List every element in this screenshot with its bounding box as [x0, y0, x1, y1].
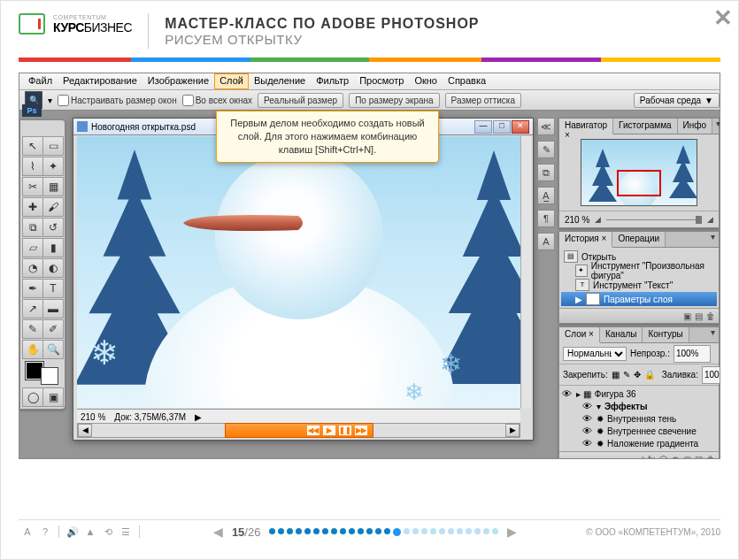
wand-tool[interactable]: ✦: [42, 157, 64, 176]
progress-dot[interactable]: [421, 528, 427, 534]
info-tab[interactable]: Инфо: [678, 119, 713, 134]
blur-tool[interactable]: ◔: [22, 258, 43, 278]
progress-dot[interactable]: [331, 528, 337, 534]
progress-dot[interactable]: [358, 528, 364, 534]
progress-dot[interactable]: [393, 528, 401, 536]
lock-pixels-icon[interactable]: ▦: [612, 370, 620, 380]
close-doc-button[interactable]: ✕: [512, 120, 529, 134]
layer-effect-item[interactable]: 👁✹Внутреннее свечение: [559, 425, 719, 437]
navigator-thumbnail[interactable]: [581, 139, 697, 206]
progress-dot[interactable]: [492, 528, 498, 534]
path-tool[interactable]: ↗: [22, 299, 43, 318]
pause-button[interactable]: ❚❚: [339, 426, 351, 435]
close-button[interactable]: ✕: [713, 6, 733, 29]
progress-dot[interactable]: [313, 528, 319, 534]
menu-window[interactable]: Окно: [409, 73, 443, 89]
trash-icon[interactable]: 🗑: [706, 311, 715, 321]
notes-tool[interactable]: ✎: [22, 319, 43, 339]
link-layers-icon[interactable]: ⇄: [637, 455, 644, 460]
menu-file[interactable]: Файл: [23, 73, 58, 89]
brush-preset-icon[interactable]: ✎: [537, 141, 555, 158]
all-windows-check[interactable]: Во всех окнах: [182, 95, 252, 106]
screenmode-tool[interactable]: ▣: [42, 387, 64, 407]
color-swatch[interactable]: [22, 360, 62, 387]
panel-menu-icon[interactable]: ▾: [712, 119, 720, 134]
prev-page-button[interactable]: ◀: [213, 525, 223, 539]
progress-dot[interactable]: [366, 528, 373, 534]
new-snapshot-icon[interactable]: ▣: [683, 311, 691, 321]
type-tool[interactable]: T: [42, 279, 64, 298]
vertical-scrollbar[interactable]: [520, 136, 531, 408]
back-button[interactable]: ⟲: [101, 525, 115, 539]
layer-row[interactable]: 👁▸ ▦Фигура 36: [559, 387, 719, 400]
canvas[interactable]: ❄ ❄ ❄: [77, 136, 520, 408]
sound-button[interactable]: 🔊: [65, 525, 80, 539]
history-item[interactable]: ✦Инструмент "Произвольная фигура": [561, 264, 717, 278]
progress-dot[interactable]: [384, 528, 390, 534]
lock-move-icon[interactable]: ✥: [634, 370, 641, 380]
zoom-value[interactable]: 210 %: [81, 412, 105, 422]
info-button[interactable]: ?: [38, 525, 52, 539]
up-button[interactable]: ▲: [83, 525, 97, 539]
heal-tool[interactable]: ✚: [22, 197, 43, 217]
navigator-tab[interactable]: Навигатор ×: [559, 119, 613, 134]
shape-tool[interactable]: ▬: [42, 299, 64, 318]
fit-screen-button[interactable]: По размеру экрана: [349, 93, 439, 108]
layer-effects-row[interactable]: 👁▾Эффекты: [559, 400, 719, 412]
history-item-selected[interactable]: ▶▤Параметры слоя: [561, 292, 717, 306]
progress-dot[interactable]: [430, 528, 436, 534]
histogram-tab[interactable]: Гистограмма: [613, 119, 678, 134]
progress-dot[interactable]: [448, 528, 454, 534]
new-doc-icon[interactable]: ▤: [695, 311, 703, 321]
scroll-left-button[interactable]: ◀: [78, 424, 92, 437]
layer-effect-item[interactable]: 👁✹Наложение градиента: [559, 437, 719, 449]
zoom-slider[interactable]: [606, 219, 702, 220]
maximize-button[interactable]: □: [493, 120, 511, 134]
slice-tool[interactable]: ▦: [42, 177, 64, 196]
lock-all-icon[interactable]: 🔒: [644, 370, 655, 380]
menu-button[interactable]: ☰: [119, 525, 133, 539]
progress-dot[interactable]: [404, 528, 410, 534]
hand-tool[interactable]: ✋: [22, 340, 43, 359]
character-icon[interactable]: A̲: [537, 187, 555, 204]
clone-source-icon[interactable]: ⧉: [537, 164, 555, 181]
next-button[interactable]: ▶▶: [355, 426, 367, 435]
progress-dot[interactable]: [349, 528, 355, 534]
progress-dot[interactable]: [483, 528, 489, 534]
marquee-tool[interactable]: ▭: [42, 136, 64, 156]
crop-tool[interactable]: ✂: [22, 177, 43, 196]
lasso-tool[interactable]: ⌇: [22, 157, 43, 176]
menu-view[interactable]: Просмотр: [354, 73, 409, 89]
progress-dot[interactable]: [474, 528, 481, 534]
prev-button[interactable]: ◀◀: [307, 426, 319, 435]
progress-dot[interactable]: [287, 528, 293, 534]
next-page-button[interactable]: ▶: [507, 525, 517, 539]
scroll-track[interactable]: ◀◀ ▶ ❚❚ ▶▶: [92, 424, 505, 437]
eyedropper-tool[interactable]: ✐: [42, 319, 64, 339]
progress-dot[interactable]: [412, 528, 419, 534]
expand-icon[interactable]: ≪: [537, 118, 555, 135]
folder-icon[interactable]: ▢: [683, 455, 691, 460]
menu-filter[interactable]: Фильтр: [311, 73, 354, 89]
progress-dot[interactable]: [457, 528, 463, 534]
playback-slider[interactable]: ◀◀ ▶ ❚❚ ▶▶: [225, 423, 373, 438]
gradient-tool[interactable]: ▮: [42, 238, 64, 257]
nav-zoom-value[interactable]: 210 %: [565, 215, 589, 225]
visibility-icon[interactable]: 👁: [562, 388, 573, 399]
layers-tab[interactable]: Слои ×: [559, 327, 600, 343]
zoom-tool[interactable]: 🔍: [42, 340, 64, 359]
menu-help[interactable]: Справка: [443, 73, 491, 89]
progress-dot[interactable]: [278, 528, 284, 534]
progress-dot[interactable]: [340, 528, 346, 534]
progress-dot[interactable]: [439, 528, 445, 534]
paths-tab[interactable]: Контуры: [643, 327, 689, 342]
menu-edit[interactable]: Редактирование: [58, 73, 142, 89]
layer-fx-icon[interactable]: fx: [648, 455, 655, 460]
menu-image[interactable]: Изображение: [142, 73, 214, 89]
panel-menu-icon[interactable]: ▾: [707, 327, 719, 342]
history-brush-tool[interactable]: ↺: [42, 218, 64, 237]
play-button[interactable]: ▶: [323, 426, 335, 435]
minimize-button[interactable]: —: [474, 120, 492, 134]
paragraph-icon[interactable]: ¶: [537, 210, 555, 227]
eraser-tool[interactable]: ▱: [22, 238, 43, 257]
